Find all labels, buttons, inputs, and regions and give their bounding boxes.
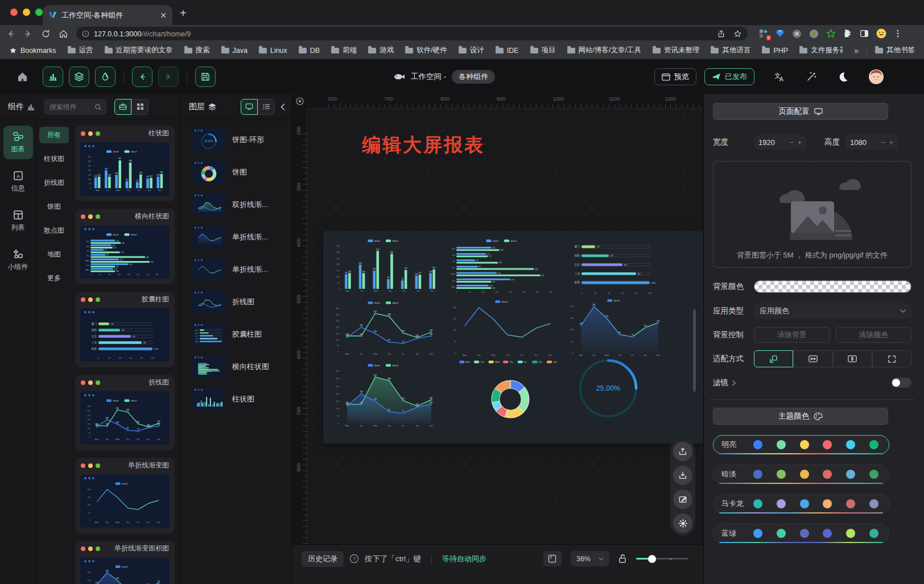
layer-item[interactable]: 单折线渐... [181,253,292,285]
decrement-icon[interactable]: − [881,138,886,147]
theme-color-dot[interactable] [777,440,786,449]
grid-view-toggle[interactable] [131,99,148,115]
category-item-所有[interactable]: 所有 [39,127,69,143]
component-card[interactable]: 胶囊柱图厦门20南阳40北京60上海80新疆100020406080100 [75,292,175,367]
preview-button[interactable]: 预览 [654,68,696,85]
layer-item[interactable]: 双折线渐... [181,188,292,221]
component-card[interactable]: 单折线渐变图050100150200MonTueWedThuFriSatSund… [75,458,175,533]
command-extension-icon[interactable]: ⌘ [792,29,802,39]
import-button[interactable] [673,466,692,485]
bookmark-folder[interactable]: 近期需要读的文章 [105,45,173,55]
edit-button[interactable] [673,490,692,509]
window-minimize-button[interactable] [23,9,30,16]
nav-item-charts[interactable]: 图表 [3,126,33,159]
dashboard-capsule-chart[interactable]: 厦门20南阳40北京60上海80新疆100020406080100 [564,237,665,296]
theme-color-dot[interactable] [753,499,762,508]
theme-color-dot[interactable] [800,529,809,538]
layer-item[interactable]: 折线图 [181,285,292,318]
component-card[interactable]: 单折线渐变面积图050100150200MonTueWedThuFriSatSu… [75,541,175,584]
bookmark-folder[interactable]: 搜索 [184,45,210,55]
bookmark-folder[interactable]: PHP [762,45,788,55]
window-zoom-button[interactable] [35,9,43,16]
home-icon[interactable] [59,29,68,39]
collapse-chevron-icon[interactable] [279,103,286,111]
app-type-select[interactable]: 应用颜色 [754,303,911,319]
reload-icon[interactable] [41,29,51,39]
theme-color-header[interactable]: 主题颜色 [713,408,888,425]
background-upload-area[interactable]: 背景图需小于 5M ， 格式为 png/jpg/gif 的文件 [713,161,911,268]
language-icon[interactable]: 文A [773,71,785,82]
theme-color-dot[interactable] [846,470,855,479]
theme-color-dot[interactable] [777,529,786,538]
theme-color-dot[interactable] [800,440,809,449]
layers-list-view[interactable] [258,99,275,115]
clear-background-button[interactable]: 清除背景 [754,327,830,343]
category-item-折线图[interactable]: 折线图 [39,175,69,191]
component-card[interactable]: 横向柱状图050100150200250300350MonTueWedThuFr… [75,209,175,284]
bookmark-folder[interactable]: 文件服务器 [799,45,843,55]
bookmark-folder[interactable]: 项目 [530,45,556,55]
tab-close-icon[interactable]: ✕ [160,11,167,20]
width-stepper[interactable]: 1920−+ [754,135,806,150]
decrement-icon[interactable]: − [790,138,794,147]
magic-wand-icon[interactable] [806,71,817,82]
height-stepper[interactable]: 1080−+ [845,135,898,150]
nav-item-info[interactable]: A 信息 [3,165,33,198]
zoom-select[interactable]: 36% [571,551,609,566]
category-item-地图[interactable]: 地图 [39,246,69,263]
theme-color-dot[interactable] [777,499,786,508]
charts-panel-toggle-button[interactable] [43,67,63,87]
category-item-饼图[interactable]: 饼图 [39,198,69,215]
fit-scale-button[interactable] [754,350,793,367]
layer-item[interactable]: 柱状图 [181,383,292,415]
bookmark-folder[interactable]: Java [221,45,248,55]
theme-color-dot[interactable] [846,499,855,508]
bookmark-folder[interactable]: Linux [259,45,287,55]
bookmark-folder[interactable]: 网站/博客/文章/工具 [567,45,641,55]
theme-color-dot[interactable] [753,470,762,479]
fit-width-button[interactable] [793,350,832,367]
bookmark-star-icon[interactable] [733,30,742,38]
user-avatar[interactable] [868,69,884,85]
app-home-button[interactable] [17,72,28,82]
extensions-puzzle-icon[interactable] [843,29,852,38]
share-icon[interactable] [717,30,725,38]
theme-row-明亮[interactable]: 明亮 [713,435,889,454]
bookmark-folder[interactable]: 运营 [68,45,93,55]
layer-item[interactable]: 25.00%饼图-环形 [181,123,292,156]
dashboard-title-text[interactable]: 编辑大屏报表 [362,132,485,158]
theme-color-dot[interactable] [800,499,809,508]
single-view-toggle[interactable] [114,99,131,115]
gem-extension-icon[interactable] [776,29,785,38]
url-bar[interactable]: 127.0.0.1:3000/#/chart/home/9 [76,27,748,40]
publish-button[interactable]: 已发布 [704,68,754,85]
theme-color-dot[interactable] [869,440,878,449]
window-close-button[interactable] [10,9,18,16]
canvas-vertical-scrollbar[interactable] [693,309,696,392]
side-panel-icon[interactable] [860,29,869,38]
site-info-icon[interactable] [82,30,89,38]
filter-toggle[interactable] [891,378,911,388]
theme-color-dot[interactable] [846,529,855,538]
category-item-更多[interactable]: 更多 [39,270,69,287]
category-item-柱状图[interactable]: 柱状图 [39,151,69,167]
bookmark-folder[interactable]: 设计 [459,45,484,55]
bookmarks-root[interactable]: Bookmarks [9,47,56,55]
theme-color-dot[interactable] [753,529,762,538]
layer-item[interactable]: 厦门南阳北京上海新疆胶囊柱图 [181,318,292,350]
bookmark-folder[interactable]: DB [299,45,320,55]
nav-item-list[interactable]: 列表 [3,204,33,238]
chevron-right-icon[interactable] [732,380,736,386]
theme-color-dot[interactable] [823,529,832,538]
bookmark-folder[interactable]: 前端 [331,45,357,55]
theme-color-dot[interactable] [869,529,878,538]
back-icon[interactable] [6,29,15,39]
theme-color-dot[interactable] [753,440,762,449]
new-tab-button[interactable]: + [180,7,187,20]
zoom-slider-knob[interactable] [648,555,656,563]
forward-icon[interactable] [23,29,33,39]
nav-item-widgets[interactable]: 小组件 [3,243,33,277]
dashboard-horizontal-bar-chart[interactable]: 050100150200250300350MonTueWedThuFriSatS… [447,238,561,295]
settings-button[interactable] [673,513,692,533]
layout-panel-button[interactable] [543,551,562,566]
